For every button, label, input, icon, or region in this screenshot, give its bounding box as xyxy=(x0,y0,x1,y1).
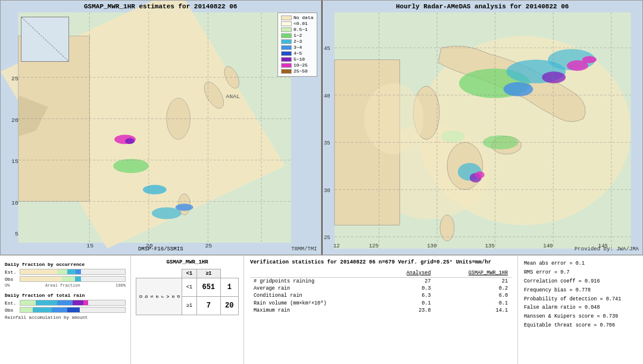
verif-row: Maximum rain 23.8 14.1 xyxy=(250,307,511,314)
legend-item-05: 0.5~1 xyxy=(281,27,314,32)
svg-text:135: 135 xyxy=(485,243,494,249)
error-stat-6: Hanssen & Kuipers score = 0.739 xyxy=(524,313,637,321)
occurrence-obs-medium xyxy=(75,277,82,281)
svg-text:12: 12 xyxy=(333,243,339,249)
legend-item-nodata: No data xyxy=(281,15,314,20)
confusion-panel: GSMAP_MWR_1HR <1 ≥1 Ob xyxy=(131,256,244,364)
rain-obs-l3 xyxy=(52,307,67,312)
svg-text:45: 45 xyxy=(323,46,330,52)
legend-color-2 xyxy=(281,39,292,44)
legend-label-25: 25~50 xyxy=(294,68,308,74)
verif-table: Analysed GSMAP_MWR_1HR # gridpoints rain… xyxy=(250,269,511,314)
rainfall-label: Rainfall accumulation by amount xyxy=(5,315,126,320)
svg-point-9 xyxy=(113,159,149,173)
occurrence-obs-row: Obs xyxy=(5,276,126,282)
occurrence-est-label: Est. xyxy=(5,269,18,275)
error-stat-0: Mean abs error = 0.1 xyxy=(524,261,637,268)
legend-label-4: 4~5 xyxy=(294,51,302,56)
verif-title: Verification statistics for 20140822 06 … xyxy=(250,259,511,265)
conf-row-gte1-label: ≥1 xyxy=(182,297,197,315)
error-stat-1: RMS error = 0.7 xyxy=(524,269,637,277)
error-stat-7: Equitable threat score = 0.706 xyxy=(524,322,637,330)
svg-text:140: 140 xyxy=(543,243,553,249)
svg-text:20: 20 xyxy=(11,117,18,124)
svg-point-10 xyxy=(143,185,167,194)
legend-color-4 xyxy=(281,51,292,56)
verif-row-analysed: 0.1 xyxy=(382,299,434,307)
rain-obs-label: Obs xyxy=(5,307,18,313)
bar-charts-panel: Daily fraction by occurrence Est. Obs xyxy=(0,256,131,364)
verif-row: Average rain 0.3 0.2 xyxy=(250,285,511,292)
verif-row: # gridpoints raining 27 21 xyxy=(250,278,511,285)
verif-col-analysed: Analysed xyxy=(382,269,434,278)
svg-text:130: 130 xyxy=(427,243,436,249)
verif-row-label: Average rain xyxy=(250,285,382,292)
svg-point-14 xyxy=(125,138,135,144)
rain-est-l3 xyxy=(57,300,73,305)
rain-est-l4 xyxy=(73,300,83,305)
axis-start: 0% xyxy=(5,283,10,288)
verif-row-gsmap: 14.1 xyxy=(435,307,511,314)
rain-est-track xyxy=(20,300,126,306)
occurrence-est-medium xyxy=(67,269,76,274)
col-header-gte1: ≥1 xyxy=(196,269,220,278)
legend-item-1: 1~2 xyxy=(281,33,314,38)
legend-label-nodata: No data xyxy=(294,15,314,20)
legend-item-10: 10~25 xyxy=(281,62,314,68)
rain-title: Daily fraction of total rain xyxy=(5,293,126,298)
svg-text:40: 40 xyxy=(323,93,330,99)
svg-text:15: 15 xyxy=(11,158,18,165)
legend-item-2: 2~3 xyxy=(281,39,314,44)
verif-row-gsmap: 0.1 xyxy=(435,299,511,307)
occurrence-title: Daily fraction by occurrence xyxy=(5,262,126,267)
svg-text:30: 30 xyxy=(323,188,330,194)
rain-est-l2 xyxy=(36,300,57,305)
svg-text:25: 25 xyxy=(205,243,212,249)
legend-label-2: 2~3 xyxy=(294,39,302,44)
occurrence-obs-track xyxy=(20,276,126,282)
svg-point-48 xyxy=(542,71,566,83)
verif-row-analysed: 23.8 xyxy=(382,307,434,314)
svg-point-47 xyxy=(503,82,533,96)
rain-obs-track xyxy=(20,307,126,313)
conf-cell-c: 7 xyxy=(196,297,220,315)
legend-label-1: 1~2 xyxy=(294,33,302,38)
svg-text:5: 5 xyxy=(15,231,18,237)
occurrence-obs-nodata xyxy=(20,277,62,281)
verif-row-label: Maximum rain xyxy=(250,307,382,314)
svg-point-53 xyxy=(475,171,484,178)
legend-color-nodata xyxy=(281,15,292,20)
verif-row-gsmap: 21 xyxy=(435,278,511,285)
legend-color-05 xyxy=(281,27,292,32)
verif-panel: Verification statistics for 20140822 06 … xyxy=(244,256,518,364)
right-map-svg: 45 40 35 30 25 125 130 135 140 145 12 xyxy=(323,1,643,255)
occurrence-est-light xyxy=(57,269,68,274)
legend-color-10 xyxy=(281,63,292,68)
svg-point-43 xyxy=(440,215,454,241)
col-header-lt1: <1 xyxy=(182,269,197,278)
legend-label-3: 3~4 xyxy=(294,45,302,50)
confusion-table: <1 ≥1 Observed <1 651 1 ≥1 7 20 xyxy=(136,269,239,315)
svg-point-12 xyxy=(176,204,193,211)
legend-color-5 xyxy=(281,57,292,62)
bottom-row: Daily fraction by occurrence Est. Obs xyxy=(0,256,643,364)
verif-row-label: Rain volume (mm×km²×10⁶) xyxy=(250,299,382,307)
occurrence-est-nodata xyxy=(20,269,57,274)
svg-text:ANAL: ANAL xyxy=(226,93,240,100)
verif-row-label: # gridpoints raining xyxy=(250,278,382,285)
rain-obs-row: Obs xyxy=(5,307,126,313)
rain-est-row: Est. xyxy=(5,300,126,306)
svg-point-55 xyxy=(441,130,465,142)
svg-text:25: 25 xyxy=(323,235,330,241)
occurrence-obs-light xyxy=(62,277,74,281)
verif-row-gsmap: 0.2 xyxy=(435,285,511,292)
rain-est-l1 xyxy=(20,300,36,305)
svg-text:10: 10 xyxy=(11,200,18,206)
legend-box: No data <0.01 0.5~1 1~2 2~3 xyxy=(277,12,317,77)
error-stat-4: Probability of detection = 0.741 xyxy=(524,296,637,303)
verif-row-analysed: 0.3 xyxy=(382,285,434,292)
axis-end: 100% xyxy=(116,283,126,288)
verif-col-label xyxy=(250,269,382,278)
svg-point-50 xyxy=(582,56,596,63)
occurrence-est-row: Est. xyxy=(5,269,126,275)
